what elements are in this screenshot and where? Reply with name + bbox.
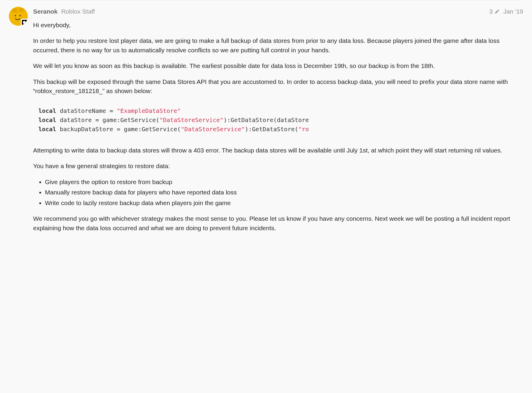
author-role: Roblox Staff [61, 7, 95, 16]
paragraph: We recommend you go with whichever strat… [33, 214, 523, 233]
avatar[interactable] [9, 7, 28, 26]
post-content: Seranok Roblox Staff 3 Jan '19 Hi everyb… [33, 7, 523, 239]
forum-post: Seranok Roblox Staff 3 Jan '19 Hi everyb… [9, 0, 523, 239]
svg-rect-3 [12, 9, 17, 13]
paragraph: We will let you know as soon as this bac… [33, 61, 523, 71]
strategy-list: Give players the option to restore from … [45, 177, 523, 208]
svg-point-2 [20, 15, 21, 16]
paragraph: This backup will be exposed through the … [33, 77, 523, 96]
svg-rect-4 [19, 8, 24, 12]
paragraph: You have a few general strategies to res… [33, 161, 523, 171]
code-block[interactable]: local dataStoreName = "ExampleDataStore"… [33, 102, 523, 138]
list-item: Manually restore backup data for players… [45, 188, 523, 197]
pencil-icon [494, 9, 500, 14]
post-header: Seranok Roblox Staff 3 Jan '19 [33, 7, 523, 16]
list-item: Give players the option to restore from … [45, 177, 523, 187]
paragraph: Hi everybody, [33, 20, 523, 30]
paragraph: In order to help you restore lost player… [33, 36, 523, 55]
edit-count: 3 [489, 7, 493, 16]
avatar-column [9, 7, 28, 239]
edit-indicator[interactable]: 3 [489, 7, 500, 16]
post-date[interactable]: Jan '19 [503, 7, 523, 16]
roblox-logo-icon [22, 20, 27, 25]
avatar-badge [21, 19, 28, 26]
author-name[interactable]: Seranok [33, 7, 58, 16]
svg-point-1 [15, 15, 16, 16]
list-item: Write code to lazily restore backup data… [45, 198, 523, 208]
post-body: Hi everybody, In order to help you resto… [33, 20, 523, 233]
paragraph: Attempting to write data to backup data … [33, 146, 523, 155]
